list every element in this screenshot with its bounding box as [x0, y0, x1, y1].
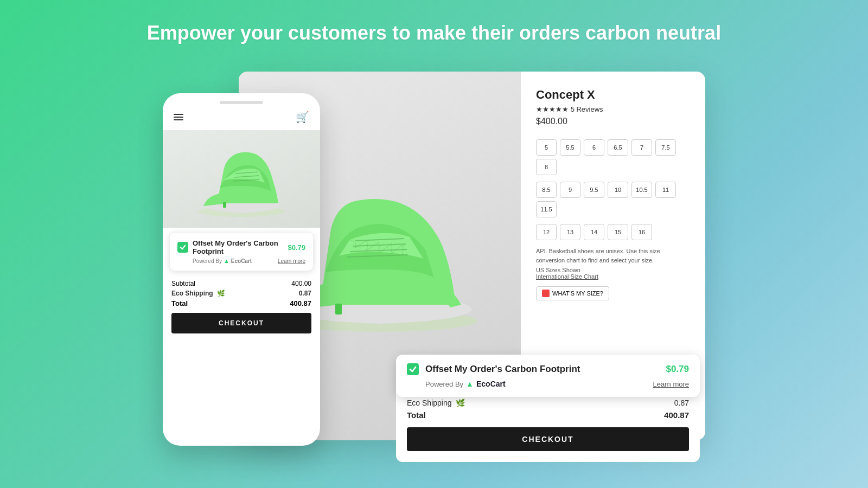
eco-main-row-mobile: Offset My Order's Carbon Footprint $0.79 — [177, 239, 305, 255]
ecocart-widget-desktop: Offset My Order's Carbon Footprint $0.79… — [396, 355, 700, 397]
mobile-eco-shipping-row: Eco Shipping 🌿 0.87 — [171, 290, 311, 297]
size-13[interactable]: 13 — [560, 224, 580, 240]
size-11[interactable]: 11 — [655, 182, 676, 198]
eco-price-desktop: $0.79 — [666, 364, 689, 375]
page-headline: Empower your customers to make their ord… — [147, 22, 721, 44]
ecocart-main-row: Offset My Order's Carbon Footprint $0.79 — [407, 363, 689, 375]
size-links: US Sizes Shown International Size Chart — [536, 267, 690, 280]
size-grid: 5 5.5 6 6.5 7 7.5 8 — [536, 139, 690, 175]
size-6-5[interactable]: 6.5 — [608, 139, 628, 156]
desktop-eco-shipping-row: Eco Shipping 🌿 0.87 — [407, 399, 689, 407]
mobile-shoe-svg — [187, 138, 296, 220]
powered-by-desktop: Powered By ▲ EcoCart — [425, 380, 506, 388]
size-6[interactable]: 6 — [584, 139, 604, 156]
mobile-nav: 🛒 — [163, 104, 320, 130]
mobile-subtotal-value: 400.00 — [291, 280, 311, 287]
size-10[interactable]: 10 — [608, 182, 628, 198]
mobile-total-label: Total — [171, 299, 188, 307]
mobile-eco-shipping-value: 0.87 — [299, 290, 311, 297]
size-9[interactable]: 9 — [560, 182, 580, 198]
size-14[interactable]: 14 — [584, 224, 604, 240]
size-15[interactable]: 15 — [608, 224, 628, 240]
eco-checkbox-desktop[interactable] — [407, 363, 419, 375]
eco-powered-row-desktop: Powered By ▲ EcoCart Learn more — [425, 380, 689, 388]
hamburger-icon[interactable] — [174, 114, 183, 120]
product-price: $400.00 — [536, 117, 690, 126]
eco-checkbox-mobile[interactable] — [177, 242, 188, 253]
eco-powered-mobile: Powered By ▲ EcoCart Learn more — [193, 258, 305, 264]
eco-offset-label-desktop: Offset My Order's Carbon Footprint — [425, 364, 659, 375]
mobile-total-row: Total 400.87 — [171, 299, 311, 307]
size-10-5[interactable]: 10.5 — [631, 182, 652, 198]
whats-my-size-button[interactable]: WHAT'S MY SIZE? — [536, 286, 609, 300]
size-9-5[interactable]: 9.5 — [584, 182, 604, 198]
size-5-5[interactable]: 5.5 — [560, 139, 580, 156]
checkout-button-desktop[interactable]: CHECKOUT — [407, 427, 689, 451]
size-11-5[interactable]: 11.5 — [536, 201, 557, 217]
learn-more-desktop[interactable]: Learn more — [653, 380, 689, 388]
ecocart-brand-mobile: EcoCart — [231, 258, 252, 264]
size-7[interactable]: 7 — [631, 139, 652, 156]
eco-offset-label-mobile: Offset My Order's Carbon Footprint — [193, 239, 283, 255]
svg-rect-5 — [335, 304, 342, 314]
size-5[interactable]: 5 — [536, 139, 557, 156]
mobile-total-value: 400.87 — [290, 299, 311, 307]
review-count: 5 Reviews — [571, 105, 603, 113]
size-16[interactable]: 16 — [631, 224, 652, 240]
mockups-container: Concept X ★★★★★ 5 Reviews $400.00 5 5.5 … — [163, 72, 705, 462]
ruler-icon — [542, 290, 550, 297]
mobile-subtotal-label: Subtotal — [171, 280, 195, 287]
mobile-eco-shipping-label: Eco Shipping 🌿 — [171, 290, 225, 297]
ecocart-brand-desktop: EcoCart — [476, 380, 506, 388]
checkout-button-mobile[interactable]: CHECKOUT — [171, 313, 311, 333]
mobile-subtotal-row: Subtotal 400.00 — [171, 280, 311, 287]
size-12[interactable]: 12 — [536, 224, 557, 240]
product-name: Concept X — [536, 88, 690, 102]
size-8[interactable]: 8 — [536, 159, 557, 175]
cart-icon[interactable]: 🛒 — [296, 111, 309, 124]
learn-more-mobile[interactable]: Learn more — [278, 258, 305, 264]
size-8-5[interactable]: 8.5 — [536, 182, 557, 198]
desktop-eco-shipping-value: 0.87 — [674, 399, 689, 407]
eco-leaf-icon-desktop: 🌿 — [456, 399, 465, 407]
eco-arrow-mobile: ▲ — [224, 258, 229, 264]
stars: ★★★★★ — [536, 105, 569, 113]
ecocart-logo-arrow: ▲ — [466, 380, 474, 388]
eco-price-mobile: $0.79 — [288, 243, 305, 252]
product-rating: ★★★★★ 5 Reviews — [536, 105, 690, 113]
ecocart-widget-mobile: Offset My Order's Carbon Footprint $0.79… — [169, 232, 314, 271]
eco-leaf-icon-mobile: 🌿 — [217, 290, 225, 297]
mobile-mockup: 🛒 — [163, 93, 320, 446]
desktop-total-value: 400.87 — [664, 410, 689, 420]
desktop-eco-shipping-label: Eco Shipping 🌿 — [407, 399, 465, 407]
powered-by-label: Powered By — [425, 380, 463, 388]
size-note: APL Basketball shoes are unisex. Use thi… — [536, 247, 690, 265]
mobile-shoe-image — [163, 130, 320, 228]
desktop-total-label: Total — [407, 410, 426, 420]
powered-by-mobile-label: Powered By — [193, 258, 222, 264]
whats-my-size-label: WHAT'S MY SIZE? — [552, 290, 603, 297]
desktop-total-row: Total 400.87 — [407, 410, 689, 420]
mobile-order-summary: Subtotal 400.00 Eco Shipping 🌿 0.87 Tota… — [163, 275, 320, 338]
size-grid-row2: 8.5 9 9.5 10 10.5 11 11.5 — [536, 182, 690, 217]
svg-rect-10 — [223, 202, 226, 208]
size-grid-row3: 12 13 14 15 16 — [536, 224, 690, 240]
us-sizes-shown: US Sizes Shown — [536, 267, 690, 273]
size-7-5[interactable]: 7.5 — [655, 139, 676, 156]
powered-by-mobile: Powered By ▲ EcoCart — [193, 258, 252, 264]
international-size-chart[interactable]: International Size Chart — [536, 273, 690, 280]
